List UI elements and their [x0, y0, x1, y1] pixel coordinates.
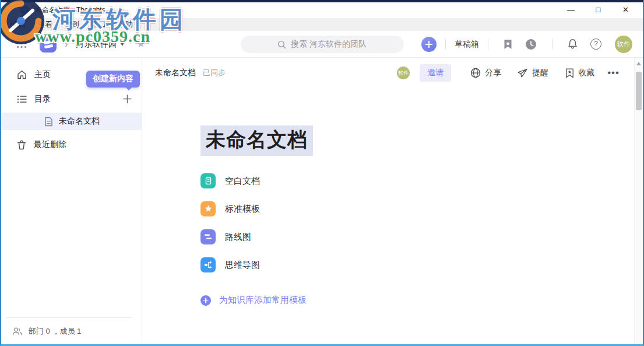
document-content: 未命名文档 空白文档 — [142, 88, 643, 306]
menu-goto[interactable]: 转到 — [58, 18, 85, 31]
trash-icon — [17, 140, 26, 150]
plus-icon — [122, 94, 132, 104]
sidebar-trash-label: 最近删除 — [34, 139, 66, 150]
sidebar-item-document[interactable]: 未命名文档 — [1, 113, 142, 130]
menu-help[interactable]: 帮助 — [112, 18, 139, 31]
favorite-label: 收藏 — [578, 68, 594, 78]
share-label: 分享 — [485, 68, 501, 78]
remind-label: 提醒 — [532, 68, 548, 78]
sidebar-item-trash[interactable]: 最近删除 — [1, 136, 142, 153]
template-blank-doc[interactable]: 空白文档 — [200, 173, 643, 188]
favorite-button[interactable]: 收藏 — [565, 68, 594, 78]
add-content-button[interactable] — [122, 94, 132, 106]
add-template-label: 为知识库添加常用模板 — [219, 295, 307, 306]
search-input[interactable]: 搜索 河东软件的团队 — [241, 36, 404, 53]
toolbar-separator — [488, 39, 488, 50]
history-clock-icon[interactable] — [525, 39, 537, 50]
home-icon — [17, 70, 27, 79]
collaborator-avatar[interactable]: 软件 — [397, 67, 410, 79]
app-window: ✳ 未命名文档 - Thoughts — □ ✕ 编辑 查看 转到 窗口 帮助 … — [0, 0, 644, 346]
plus-circle-icon — [200, 295, 211, 306]
sidebar-document-label: 未命名文档 — [59, 116, 100, 127]
sidebar-footer-label: 部门 0 ，成员 1 — [29, 326, 81, 337]
bookmark-icon[interactable] — [504, 39, 512, 50]
globe-icon — [470, 68, 481, 78]
share-button[interactable]: 分享 — [470, 68, 501, 78]
toolbar-separator — [445, 39, 446, 50]
document-header-title: 未命名文档 — [155, 68, 196, 78]
template-label: 思维导图 — [225, 260, 260, 271]
vertical-scrollbar[interactable] — [634, 58, 643, 344]
breadcrumb-chevron-icon: › — [65, 39, 68, 50]
sync-status: 已同步 — [203, 68, 226, 78]
create-content-tooltip: 创建新内容 — [86, 71, 140, 88]
bell-icon[interactable] — [568, 39, 578, 50]
blank-doc-icon — [200, 173, 216, 188]
more-icon[interactable]: ••• — [607, 67, 620, 79]
template-list: 空白文档 标准模板 — [200, 173, 643, 272]
mindmap-icon — [200, 257, 216, 272]
window-title: 未命名文档 - Thoughts — [35, 5, 105, 15]
members-icon — [12, 327, 23, 335]
close-button[interactable]: ✕ — [612, 2, 639, 18]
invite-button[interactable]: 邀请 — [420, 64, 451, 82]
document-header-actions: 软件 邀请 分享 提醒 — [397, 64, 620, 82]
menu-view[interactable]: 查看 — [31, 18, 58, 31]
maximize-button[interactable]: □ — [585, 2, 612, 18]
menu-edit[interactable]: 编辑 — [5, 18, 31, 31]
menu-window[interactable]: 窗口 — [85, 18, 112, 31]
template-standard[interactable]: 标准模板 — [200, 201, 643, 216]
template-label: 标准模板 — [225, 204, 260, 215]
send-icon — [517, 68, 528, 78]
window-controls: — □ ✕ — [557, 2, 639, 18]
create-new-button[interactable] — [421, 37, 437, 52]
app-icon: ✳ — [20, 6, 29, 15]
document-title[interactable]: 未命名文档 — [200, 125, 313, 156]
template-label: 路线图 — [225, 232, 251, 243]
help-icon[interactable]: ? — [590, 39, 601, 50]
template-roadmap[interactable]: 路线图 — [200, 229, 643, 244]
document-icon — [44, 117, 53, 127]
thoughts-logo-icon[interactable] — [40, 36, 57, 53]
star-icon[interactable]: ★ — [136, 38, 145, 50]
sidebar-home-label: 主页 — [34, 69, 51, 80]
scrollbar-thumb[interactable] — [636, 72, 642, 110]
toolbar-right: 草稿箱 ? — [421, 36, 632, 53]
sidebar-divider — [6, 317, 132, 318]
chevron-down-icon[interactable]: ▾ — [121, 41, 124, 47]
minimize-button[interactable]: — — [557, 2, 585, 18]
search-icon — [277, 40, 286, 49]
user-avatar[interactable]: 软件 — [615, 36, 632, 53]
star-template-icon — [200, 201, 216, 216]
breadcrumb-team-name[interactable]: 河东软件园 — [76, 39, 117, 50]
scroll-up-arrow-icon[interactable] — [636, 62, 641, 65]
main-panel: 未命名文档 已同步 软件 邀请 分享 — [142, 58, 643, 344]
roadmap-icon — [200, 229, 216, 244]
template-mindmap[interactable]: 思维导图 — [200, 257, 643, 272]
toolbar-separator — [552, 39, 552, 50]
template-label: 空白文档 — [225, 176, 260, 187]
draftbox-button[interactable]: 草稿箱 — [455, 39, 479, 50]
search-placeholder: 搜索 河东软件的团队 — [291, 39, 367, 50]
add-template-button[interactable]: 为知识库添加常用模板 — [200, 295, 643, 306]
app-body: 主页 目录 — [1, 58, 643, 344]
title-bar: ✳ 未命名文档 - Thoughts — □ ✕ — [1, 2, 643, 18]
sidebar: 主页 目录 — [1, 58, 142, 344]
apps-grid-icon[interactable] — [16, 38, 27, 51]
document-header: 未命名文档 已同步 软件 邀请 分享 — [142, 58, 643, 88]
sidebar-footer[interactable]: 部门 0 ，成员 1 — [12, 326, 81, 337]
remind-button[interactable]: 提醒 — [517, 68, 548, 78]
list-icon — [17, 95, 27, 103]
bookmark-star-icon — [565, 68, 574, 78]
sidebar-directory-label: 目录 — [34, 94, 51, 104]
toolbar: › 河东软件园 ▾ ★ 搜索 河东软件的团队 草稿箱 — [1, 31, 643, 58]
menu-bar: 编辑 查看 转到 窗口 帮助 — [1, 18, 643, 31]
sidebar-item-directory[interactable]: 目录 — [1, 90, 142, 108]
